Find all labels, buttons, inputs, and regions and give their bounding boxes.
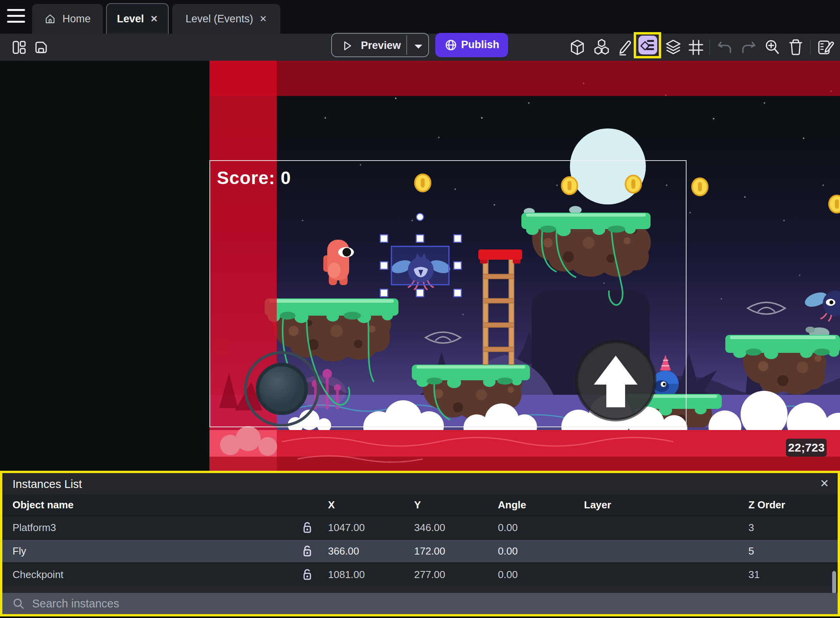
search-input[interactable]	[31, 597, 737, 611]
instance-y: 172.00	[414, 545, 498, 557]
score-text-instance[interactable]: Score: 0	[217, 167, 291, 188]
tab-level-events[interactable]: Level (Events) ✕	[172, 4, 280, 34]
objects-group-icon[interactable]	[593, 38, 611, 56]
chevron-down-icon[interactable]	[413, 43, 424, 50]
tab-bar: Home Level ✕ Level (Events) ✕	[0, 0, 840, 34]
edit-pencil-icon[interactable]	[617, 39, 633, 56]
play-icon	[341, 40, 353, 52]
unlock-icon[interactable]	[302, 545, 313, 557]
home-icon	[44, 13, 56, 25]
instance-name: Platform3	[2, 522, 287, 534]
search-icon	[13, 598, 24, 609]
instance-angle: 0.00	[498, 545, 584, 557]
column-object-name: Object name	[2, 499, 287, 511]
redo-icon[interactable]	[741, 41, 756, 55]
grid-icon[interactable]	[688, 39, 704, 56]
table-row[interactable]: Checkpoint 1081.00 277.00 0.00 31	[2, 562, 838, 586]
instance-z-order: 3	[748, 522, 838, 534]
instances-list-highlight	[634, 32, 661, 58]
tab-level[interactable]: Level ✕	[106, 3, 169, 34]
tab-close-icon[interactable]: ✕	[260, 14, 267, 24]
column-angle: Angle	[498, 499, 584, 511]
unlock-icon[interactable]	[302, 568, 313, 581]
search-bar	[2, 593, 838, 614]
instance-angle: 0.00	[498, 569, 584, 581]
unlock-icon[interactable]	[302, 521, 313, 534]
column-x: X	[328, 499, 414, 511]
table-row-selected[interactable]: Fly 366.00 172.00 0.00 5	[2, 539, 838, 562]
band-ripples	[282, 437, 673, 462]
panel-close-icon[interactable]: ✕	[820, 477, 829, 490]
toolbar-divider	[709, 39, 710, 55]
panel-title: Instances List	[13, 478, 82, 491]
scene-properties-icon[interactable]	[817, 39, 835, 56]
table-row[interactable]: Platform3 1047.00 346.00 0.00 3	[2, 515, 838, 539]
instance-angle: 0.00	[498, 522, 584, 534]
preview-label: Preview	[361, 40, 401, 52]
main-menu-icon[interactable]	[7, 9, 25, 25]
preview-divider	[406, 35, 407, 55]
save-icon[interactable]	[34, 40, 49, 55]
instance-z-order: 31	[748, 569, 838, 581]
delete-trash-icon[interactable]	[788, 39, 803, 56]
instance-name: Checkpoint	[2, 569, 287, 581]
preview-button[interactable]: Preview	[331, 33, 429, 57]
tab-home[interactable]: Home	[32, 4, 103, 34]
tab-label: Level (Events)	[186, 13, 253, 25]
instance-y: 277.00	[414, 569, 498, 581]
cursor-coordinates-badge: 22;723	[786, 439, 827, 457]
layout-panels-icon[interactable]	[12, 40, 27, 55]
instance-x: 366.00	[328, 545, 414, 557]
tab-close-icon[interactable]: ✕	[150, 14, 158, 24]
cube-3d-icon[interactable]	[570, 39, 585, 56]
instance-y: 346.00	[414, 522, 498, 534]
tab-label: Level	[117, 13, 144, 25]
camera-frame	[209, 160, 687, 427]
instance-x: 1047.00	[328, 522, 414, 534]
scrollbar-thumb[interactable]	[832, 571, 836, 594]
publish-button[interactable]: Publish	[435, 33, 508, 57]
instances-list-panel: Instances List ✕ Object name X Y Angle L…	[0, 471, 840, 616]
zoom-in-icon[interactable]	[764, 39, 781, 56]
scene-canvas[interactable]: Score: 0 22;723	[0, 61, 840, 471]
column-layer: Layer	[584, 499, 748, 511]
column-y: Y	[414, 499, 498, 511]
layers-icon[interactable]	[665, 39, 682, 56]
publish-label: Publish	[461, 39, 499, 51]
toolbar-divider	[810, 39, 811, 55]
instance-z-order: 5	[748, 545, 838, 557]
instance-name: Fly	[2, 545, 287, 557]
undo-icon[interactable]	[717, 41, 733, 55]
column-z-order: Z Order	[748, 499, 838, 511]
table-header: Object name X Y Angle Layer Z Order	[2, 494, 838, 515]
globe-icon	[445, 39, 457, 51]
tab-label: Home	[62, 13, 90, 25]
instance-x: 1081.00	[328, 569, 414, 581]
toolbar: Preview Publish	[0, 34, 840, 61]
